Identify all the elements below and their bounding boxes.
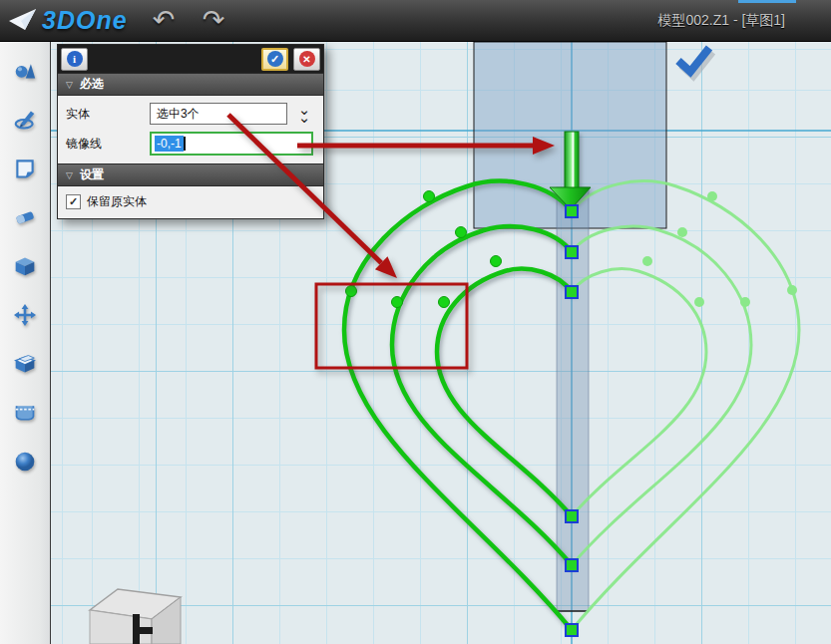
mirror-preview-point (642, 256, 652, 266)
app-logo: 3DOne (8, 6, 128, 35)
collapse-triangle-icon: ▽ (66, 80, 73, 90)
endpoint-marker[interactable] (566, 510, 578, 522)
title-bar: 3DOne ↶ ↷ 模型002.Z1 - [草图1] (0, 0, 831, 42)
mirror-preview-point (740, 297, 750, 307)
control-point[interactable] (456, 227, 467, 238)
required-section-header[interactable]: ▽ 必选 (58, 73, 323, 96)
control-point[interactable] (491, 256, 502, 267)
required-section-body: 实体 选中3个 ⌄⌄ 镜像线 -0,-1 (58, 96, 323, 163)
text-caret (184, 137, 186, 151)
top-accent-strip (738, 0, 796, 3)
info-icon: i (67, 51, 83, 67)
section-icon[interactable] (8, 396, 42, 430)
mirror-line-input[interactable]: -0,-1 (150, 132, 313, 156)
endpoint-marker[interactable] (566, 559, 578, 571)
endpoint-marker[interactable] (566, 286, 578, 298)
view-cube[interactable] (90, 589, 181, 644)
mirror-preview-curve (572, 269, 706, 516)
dialog-title-bar: i ✓ ✕ (58, 45, 323, 73)
move-icon[interactable] (8, 298, 42, 332)
entity-selection-field[interactable]: 选中3个 (150, 103, 287, 125)
primitives-icon[interactable] (8, 54, 42, 88)
sketch-draw-icon[interactable] (8, 103, 42, 137)
erase-icon[interactable] (8, 200, 42, 234)
sketch-plane-icon[interactable] (8, 152, 42, 185)
heart-curve[interactable] (392, 226, 572, 565)
app-logo-text: 3DOne (42, 6, 128, 35)
mirror-preview-curve (572, 226, 751, 565)
confirm-button[interactable]: ✓ (261, 48, 288, 71)
undo-button[interactable]: ↶ (146, 2, 182, 36)
endpoint-marker[interactable] (566, 624, 578, 636)
close-icon: ✕ (299, 51, 315, 67)
keep-original-checkbox[interactable]: ✓ (66, 194, 81, 209)
confirm-check-icon: ✓ (267, 51, 283, 67)
endpoint-marker[interactable] (566, 246, 578, 258)
settings-section-label: 设置 (80, 166, 104, 183)
entity-selection-value: 选中3个 (157, 106, 200, 123)
mirror-line-value: -0,-1 (155, 136, 184, 152)
mirror-preview-point (707, 191, 717, 201)
entity-label: 实体 (66, 106, 150, 123)
collapse-triangle-icon: ▽ (66, 170, 73, 180)
window-title: 模型002.Z1 - [草图1] (657, 12, 785, 30)
control-point[interactable] (439, 297, 450, 308)
mirror-preview-point (787, 285, 797, 295)
mirror-preview-point (694, 297, 704, 307)
mirror-dialog: i ✓ ✕ ▽ 必选 实体 选中3个 ⌄⌄ 镜像线 -0,-1 (57, 44, 324, 219)
info-button[interactable]: i (61, 48, 88, 71)
redo-button[interactable]: ↷ (196, 2, 231, 36)
confirm-checkmark-icon[interactable] (678, 48, 709, 72)
paper-plane-icon (8, 8, 38, 34)
endpoint-marker[interactable] (566, 205, 578, 217)
solid-edit-icon[interactable] (8, 249, 42, 283)
heart-curve[interactable] (437, 269, 572, 516)
settings-section-body: ✓ 保留原实体 (58, 186, 323, 218)
cancel-button[interactable]: ✕ (293, 48, 320, 71)
mirror-preview-point (677, 227, 687, 237)
settings-section-header[interactable]: ▽ 设置 (58, 163, 323, 186)
control-point[interactable] (424, 191, 435, 202)
control-point[interactable] (392, 297, 403, 308)
special-shape-icon[interactable] (8, 347, 42, 381)
keep-original-label: 保留原实体 (87, 193, 147, 210)
required-section-label: 必选 (80, 76, 104, 93)
main-toolbar (0, 41, 51, 644)
chevron-double-down-icon[interactable]: ⌄⌄ (295, 104, 313, 124)
control-point[interactable] (346, 286, 357, 297)
mirror-line-label: 镜像线 (66, 136, 150, 153)
render-material-icon[interactable] (8, 445, 42, 479)
